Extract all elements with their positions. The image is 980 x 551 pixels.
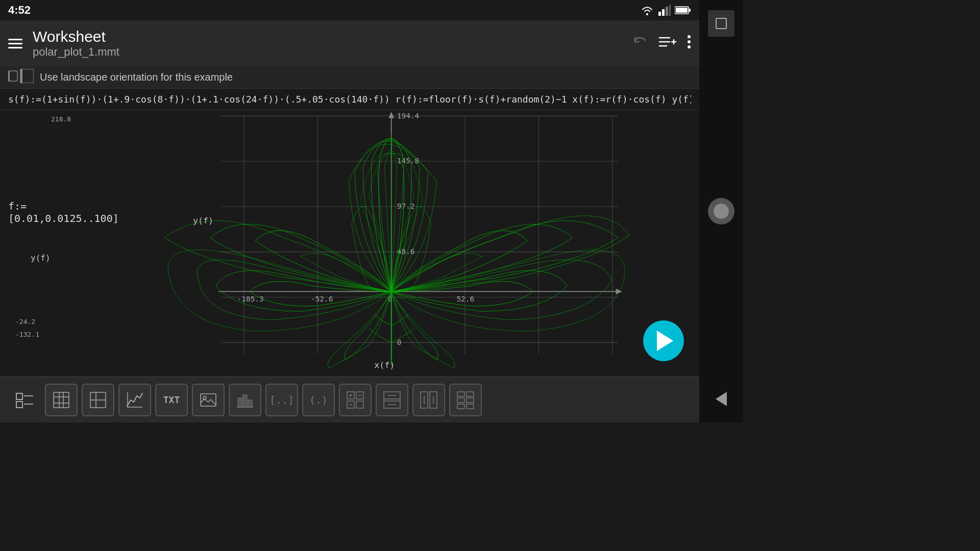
graph-area: 194.4 145.8 97.2 48.6 0 -105.3 -52.6 0 5… [117, 110, 699, 377]
image-icon [199, 391, 217, 409]
add-playlist-icon [658, 34, 677, 50]
list-icon [15, 391, 34, 409]
play-icon [657, 331, 673, 351]
image-button[interactable] [192, 384, 225, 416]
svg-rect-7 [676, 8, 688, 13]
h-split-button[interactable] [376, 384, 408, 416]
y-axis-name: y(f) [193, 216, 213, 226]
svg-rect-75 [467, 392, 474, 396]
status-time: 4:52 [8, 4, 31, 17]
graph-svg: 194.4 145.8 97.2 48.6 0 -105.3 -52.6 0 5… [117, 110, 699, 377]
y-max-label: 218.8 [51, 115, 71, 123]
side-square-button[interactable] [708, 10, 734, 37]
undo-icon [632, 34, 648, 50]
page-subtitle: polar_plot_1.mmt [33, 45, 622, 59]
grid-split-icon [456, 391, 475, 409]
svg-rect-6 [689, 9, 691, 12]
x-label-105: -105.3 [237, 295, 264, 303]
svg-rect-4 [669, 5, 671, 16]
side-back-button[interactable] [708, 386, 734, 412]
orientation-text: Use landscape orientation for this examp… [40, 71, 233, 83]
battery-icon [675, 6, 691, 15]
circle-icon [714, 204, 729, 219]
play-button[interactable] [643, 320, 684, 361]
wifi-icon [640, 5, 654, 16]
svg-rect-54 [238, 398, 242, 407]
paren-button[interactable]: (.) [302, 384, 335, 416]
menu-button[interactable] [8, 39, 22, 48]
svg-rect-38 [16, 393, 22, 399]
text-button[interactable]: TXT [155, 384, 188, 416]
formula-text: s(f):=(1+sin(f))·(1+.9·cos(8·f))·(1+.1·c… [8, 94, 691, 105]
page-title: Worksheet [33, 28, 622, 45]
x-label-52r: 52.6 [456, 295, 474, 303]
left-panel: f:=[0.01,0.0125..100] y(f) 218.8 -24.2 -… [0, 110, 117, 377]
svg-rect-56 [248, 400, 252, 407]
svg-point-14 [688, 40, 691, 43]
status-icons [640, 5, 691, 16]
square-icon [715, 17, 727, 30]
svg-rect-2 [662, 9, 665, 16]
side-circle-button[interactable] [708, 198, 734, 224]
f-expression: f:=[0.01,0.0125..100] [8, 200, 109, 224]
bracket-button[interactable]: [..] [265, 384, 298, 416]
bracket-label: [..] [270, 394, 294, 406]
svg-rect-61 [356, 401, 363, 408]
bars-icon [236, 391, 254, 409]
matrix-input-button[interactable] [45, 384, 78, 416]
app-area: 4:52 [0, 0, 699, 422]
grid-split-button[interactable] [449, 384, 482, 416]
matrix-input-icon [52, 391, 70, 409]
add-playlist-button[interactable] [658, 34, 677, 54]
svg-rect-80 [716, 18, 726, 29]
orientation-hint: Use landscape orientation for this examp… [0, 66, 699, 89]
header: Worksheet polar_plot_1.mmt [0, 20, 699, 66]
svg-rect-78 [457, 404, 464, 409]
y-axis-label: y(f) [31, 253, 51, 263]
orientation-icon [8, 69, 34, 86]
paren-label: (.) [309, 394, 328, 406]
back-triangle-icon [716, 392, 727, 406]
svg-rect-17 [8, 71, 10, 81]
h-split-icon [383, 391, 401, 409]
svg-rect-3 [666, 7, 668, 16]
y-min-label: -24.2 [15, 318, 35, 325]
x-min-label: -132.1 [15, 331, 39, 338]
side-strip [699, 0, 743, 422]
svg-rect-55 [243, 395, 247, 407]
svg-rect-76 [457, 398, 464, 403]
svg-rect-1 [658, 12, 661, 16]
main-content: f:=[0.01,0.0125..100] y(f) 218.8 -24.2 -… [0, 110, 699, 377]
status-bar: 4:52 [0, 0, 699, 20]
plus-minus-button[interactable] [339, 384, 372, 416]
svg-rect-42 [54, 392, 69, 408]
x-label-52: -52.6 [311, 295, 333, 303]
text-label: TXT [163, 394, 180, 405]
landscape-icon [8, 69, 34, 83]
svg-marker-35 [616, 289, 622, 294]
v-split-icon [420, 391, 438, 409]
plot-button[interactable] [118, 384, 151, 416]
y-label-97: 97.2 [397, 202, 415, 210]
list-button[interactable] [8, 384, 41, 416]
bottom-toolbar: TXT [..] (.) [0, 377, 699, 422]
matrix-output-button[interactable] [82, 384, 114, 416]
undo-button[interactable] [632, 34, 648, 54]
svg-point-15 [688, 45, 691, 48]
y-label-194: 194.4 [397, 112, 419, 120]
svg-rect-74 [457, 392, 464, 396]
v-split-button[interactable] [412, 384, 445, 416]
header-actions [632, 34, 691, 54]
svg-rect-19 [20, 69, 22, 83]
bars-button[interactable] [229, 384, 261, 416]
svg-rect-39 [16, 402, 22, 408]
svg-point-13 [688, 35, 691, 38]
svg-rect-79 [467, 404, 474, 409]
plot-icon [126, 391, 144, 409]
svg-marker-33 [388, 112, 394, 118]
more-options-button[interactable] [687, 34, 691, 54]
svg-point-0 [646, 13, 648, 15]
chart-grid [221, 116, 618, 354]
svg-rect-77 [467, 398, 474, 403]
header-title: Worksheet polar_plot_1.mmt [33, 28, 622, 59]
